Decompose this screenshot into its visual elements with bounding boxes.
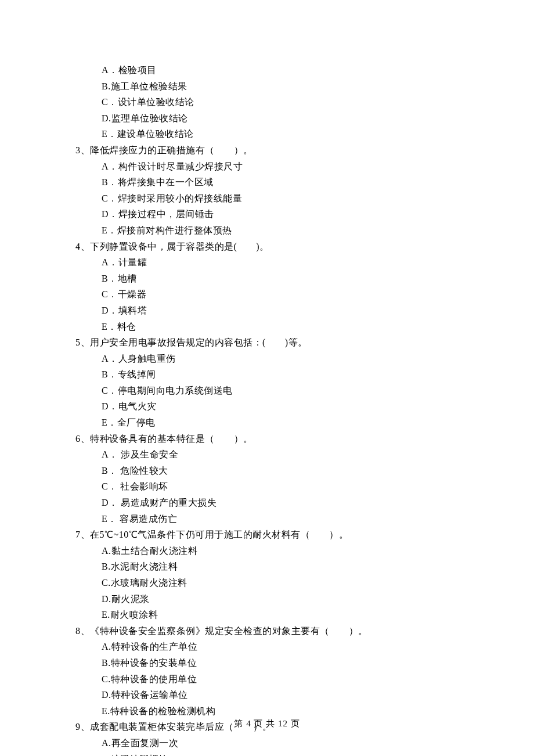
question-text: 用户安全用电事故报告规定的内容包括：( )等。: [90, 337, 308, 347]
option-item: B.拧紧地脚螺栓: [102, 752, 459, 756]
question-stem: 8、《特种设备安全监察条例》规定安全检查的对象主要有（ ）。: [75, 624, 459, 639]
option-group: A． 涉及生命安全 B． 危险性较大 C． 社会影响坏 D． 易造成财产的重大损…: [75, 447, 459, 526]
question-text: 在5℃~10℃气温条件下仍可用于施工的耐火材料有（ ）。: [90, 530, 348, 539]
option-item: E．建设单位验收结论: [102, 127, 459, 142]
option-item: B．专线掉闸: [102, 367, 459, 382]
option-item: B．将焊接集中在一个区域: [102, 175, 459, 190]
option-item: D.监理单位验收结论: [102, 111, 459, 126]
option-item: D．焊接过程中，层间锤击: [102, 207, 459, 222]
option-group: A．人身触电重伤 B．专线掉闸 C．停电期间向电力系统倒送电 D．电气火灾 E．…: [75, 351, 459, 430]
option-item: B．地槽: [102, 271, 459, 286]
option-item: A．检验项目: [102, 63, 459, 78]
option-item: C.水玻璃耐火浇注料: [102, 575, 459, 591]
option-group: A.黏土结合耐火浇注料 B.水泥耐火浇注料 C.水玻璃耐火浇注料 D.耐火泥浆 …: [75, 543, 459, 622]
option-item: A.黏土结合耐火浇注料: [102, 543, 459, 559]
question-number: 3、: [75, 145, 90, 155]
option-item: A．构件设计时尽量减少焊接尺寸: [102, 159, 459, 174]
option-item: D.耐火泥浆: [102, 592, 459, 607]
option-group: A．计量罐 B．地槽 C．干燥器 D．填料塔 E．料仓: [75, 255, 459, 334]
option-item: A．人身触电重伤: [102, 351, 459, 366]
option-item: D.特种设备运输单位: [102, 687, 459, 703]
option-item: C．焊接时采用较小的焊接线能量: [102, 191, 459, 206]
option-item: E．焊接前对构件进行整体预热: [102, 223, 459, 238]
question-text: 下列静置设备中，属于容器类的是( )。: [90, 242, 269, 251]
option-item: E.耐火喷涂料: [102, 607, 459, 622]
question-number: 8、: [75, 626, 90, 636]
option-item: D．填料塔: [102, 303, 459, 318]
question-number: 4、: [75, 242, 90, 251]
option-item: B． 危险性较大: [102, 463, 459, 478]
option-item: E．全厂停电: [102, 415, 459, 430]
option-item: A． 涉及生命安全: [102, 447, 459, 462]
question-stem: 3、降低焊接应力的正确措施有（ ）。: [75, 143, 459, 158]
option-item: E． 容易造成伤亡: [102, 512, 459, 527]
question-block: 8、《特种设备安全监察条例》规定安全检查的对象主要有（ ）。 A.特种设备的生产…: [75, 624, 459, 719]
question-block: 4、下列静置设备中，属于容器类的是( )。 A．计量罐 B．地槽 C．干燥器 D…: [75, 239, 459, 334]
option-item: C．停电期间向电力系统倒送电: [102, 383, 459, 398]
question-number: 7、: [75, 530, 90, 539]
option-item: C．干燥器: [102, 287, 459, 302]
page-footer: 第 4 页 共 12 页: [0, 717, 534, 730]
option-item: B.水泥耐火浇注料: [102, 559, 459, 574]
option-group: A.再全面复测一次 B.拧紧地脚螺栓: [75, 736, 459, 756]
question-stem: 4、下列静置设备中，属于容器类的是( )。: [75, 239, 459, 254]
question-stem: 6、特种设备具有的基本特征是（ ）。: [75, 431, 459, 447]
question-block: 7、在5℃~10℃气温条件下仍可用于施工的耐火材料有（ ）。 A.黏土结合耐火浇…: [75, 527, 459, 622]
orphan-option-group: A．检验项目 B.施工单位检验结果 C．设计单位验收结论 D.监理单位验收结论 …: [75, 63, 459, 142]
option-item: C． 社会影响坏: [102, 479, 459, 494]
option-item: A.再全面复测一次: [102, 736, 459, 751]
option-item: B.特种设备的安装单位: [102, 656, 459, 671]
option-item: C．设计单位验收结论: [102, 95, 459, 110]
question-stem: 5、用户安全用电事故报告规定的内容包括：( )等。: [75, 335, 459, 350]
question-number: 5、: [75, 337, 90, 347]
question-block: 3、降低焊接应力的正确措施有（ ）。 A．构件设计时尽量减少焊接尺寸 B．将焊接…: [75, 143, 459, 238]
option-item: A.特种设备的生产单位: [102, 639, 459, 654]
question-stem: 7、在5℃~10℃气温条件下仍可用于施工的耐火材料有（ ）。: [75, 527, 459, 542]
option-item: D． 易造成财产的重大损失: [102, 495, 459, 510]
question-number: 6、: [75, 434, 90, 444]
question-block: 6、特种设备具有的基本特征是（ ）。 A． 涉及生命安全 B． 危险性较大 C．…: [75, 431, 459, 527]
question-text: 降低焊接应力的正确措施有（ ）。: [90, 145, 253, 155]
option-item: E．料仓: [102, 319, 459, 334]
option-item: C.特种设备的使用单位: [102, 672, 459, 687]
question-block: 5、用户安全用电事故报告规定的内容包括：( )等。 A．人身触电重伤 B．专线掉…: [75, 335, 459, 430]
page-content: A．检验项目 B.施工单位检验结果 C．设计单位验收结论 D.监理单位验收结论 …: [0, 0, 534, 756]
question-text: 特种设备具有的基本特征是（ ）。: [90, 434, 253, 444]
option-group: A．构件设计时尽量减少焊接尺寸 B．将焊接集中在一个区域 C．焊接时采用较小的焊…: [75, 159, 459, 238]
option-group: A.特种设备的生产单位 B.特种设备的安装单位 C.特种设备的使用单位 D.特种…: [75, 639, 459, 718]
question-text: 《特种设备安全监察条例》规定安全检查的对象主要有（ ）。: [90, 626, 368, 636]
option-item: B.施工单位检验结果: [102, 79, 459, 94]
option-item: A．计量罐: [102, 255, 459, 270]
option-item: D．电气火灾: [102, 399, 459, 414]
